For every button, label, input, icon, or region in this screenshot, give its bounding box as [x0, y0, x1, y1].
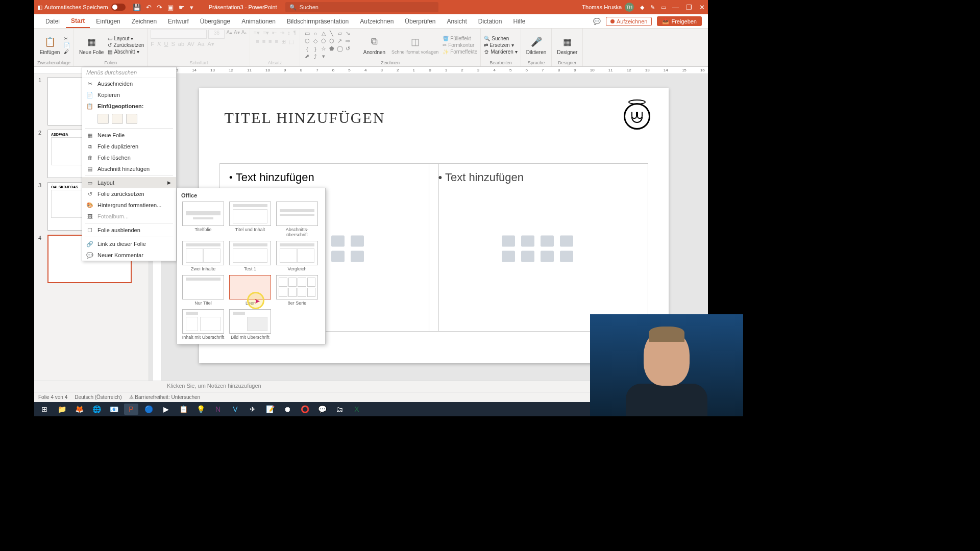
tab-uebergaenge[interactable]: Übergänge [195, 15, 235, 28]
start-button[interactable]: ⊞ [37, 404, 52, 415]
tab-bildschirmpraesentation[interactable]: Bildschirmpräsentation [282, 15, 354, 28]
tb-chrome[interactable]: 🌐 [89, 404, 104, 415]
copy-icon[interactable]: 📄 [64, 42, 70, 48]
tab-animationen[interactable]: Animationen [236, 15, 281, 28]
pen-icon[interactable]: ✎ [650, 4, 655, 11]
effects-button[interactable]: ✨ Formeffekte [443, 49, 477, 55]
arrange-button[interactable]: ⧉Anordnen [361, 34, 387, 56]
tb-onenote[interactable]: N [211, 404, 225, 415]
content-placeholder-right[interactable]: • Text hinzufügen [429, 163, 648, 332]
italic-button[interactable]: K [157, 41, 161, 47]
touch-icon[interactable]: ☛ [179, 4, 185, 11]
layout-option-10[interactable]: Bild mit Überschrift [228, 309, 272, 340]
ctx-add-section[interactable]: ▤Abschnitt hinzufügen [82, 163, 176, 174]
layout-option-7[interactable]: Leer [228, 275, 272, 306]
menu-search[interactable]: Menüs durchsuchen [82, 67, 176, 78]
ctx-copy[interactable]: 📄Kopieren [82, 89, 176, 101]
status-accessibility[interactable]: ⚠ Barrierefreiheit: Untersuchen [129, 394, 201, 400]
tab-einfuegen[interactable]: Einfügen [91, 15, 125, 28]
minimize-icon[interactable]: — [672, 4, 679, 11]
status-language[interactable]: Deutsch (Österreich) [75, 394, 121, 400]
tab-hilfe[interactable]: Hilfe [508, 15, 530, 28]
save-icon[interactable]: 💾 [133, 4, 141, 11]
tb-app-1[interactable]: 🔵 [141, 404, 156, 415]
tb-explorer[interactable]: 📁 [55, 404, 69, 415]
fill-button[interactable]: 🪣 Fülleffekt [443, 36, 477, 41]
redo-icon[interactable]: ↷ [157, 4, 162, 11]
tb-telegram[interactable]: ✈ [246, 404, 260, 415]
user-account[interactable]: Thomas Hruska TH [582, 3, 634, 12]
ctx-link[interactable]: 🔗Link zu dieser Folie [82, 238, 176, 249]
tb-powerpoint[interactable]: P [124, 404, 138, 415]
record-button[interactable]: Aufzeichnen [606, 17, 652, 26]
ctx-duplicate[interactable]: ⧉Folie duplizieren [82, 141, 176, 152]
ctx-format-bg[interactable]: 🎨Hintergrund formatieren... [82, 199, 176, 211]
maximize-icon[interactable]: ❐ [686, 4, 692, 11]
tb-excel[interactable]: X [350, 404, 364, 415]
diamond-icon[interactable]: ◆ [640, 4, 644, 11]
ctx-reset[interactable]: ↺Folie zurücksetzen [82, 188, 176, 199]
bold-button[interactable]: F [151, 41, 154, 47]
ctx-new-slide[interactable]: ▦Neue Folie [82, 130, 176, 141]
find-button[interactable]: 🔍 Suchen [484, 36, 517, 41]
title-placeholder[interactable]: TITEL HINZUFÜGEN [219, 104, 648, 145]
layout-option-4[interactable]: Test 1 [228, 241, 272, 272]
select-button[interactable]: ⯐ Markieren ▾ [484, 49, 517, 55]
autosave-toggle[interactable] [111, 4, 126, 11]
qat-more-icon[interactable]: ▾ [190, 4, 193, 11]
tab-start[interactable]: Start [66, 15, 90, 28]
layout-option-0[interactable]: Titelfolie [181, 202, 225, 238]
font-color-button[interactable]: A▾ [207, 41, 214, 47]
tab-aufzeichnen[interactable]: Aufzeichnen [355, 15, 399, 28]
slideshow-icon[interactable]: ▣ [167, 4, 174, 11]
underline-button[interactable]: U [164, 41, 168, 47]
paste-button[interactable]: 📋Einfügen [38, 34, 62, 56]
ctx-comment[interactable]: 💬Neuer Kommentar [82, 249, 176, 261]
quickstyles-button[interactable]: ◫Schnellformat vorlagen [389, 34, 440, 56]
tb-vlc[interactable]: ▶ [159, 404, 173, 415]
tab-entwurf[interactable]: Entwurf [163, 15, 194, 28]
tab-ueberpruefen[interactable]: Überprüfen [400, 15, 440, 28]
tb-firefox[interactable]: 🦊 [72, 404, 86, 415]
search-box[interactable]: 🔍 [285, 2, 438, 12]
shapes-gallery[interactable]: ▭○△╲▱↘⬡ ◇⬠⬡↗⇨{} ☆⬟◯↺⬈⤴▾ [303, 30, 359, 60]
ctx-hide[interactable]: ☐Folie ausblenden [82, 224, 176, 236]
tb-app-7[interactable]: 🗂 [332, 404, 347, 415]
window-icon[interactable]: ▭ [661, 4, 666, 11]
strike-button[interactable]: S [171, 41, 175, 47]
paste-opt-3[interactable] [126, 114, 137, 124]
font-family-combo[interactable] [151, 30, 207, 39]
layout-option-8[interactable]: 8er Serie [275, 275, 319, 306]
format-painter-icon[interactable]: 🖌 [64, 49, 70, 55]
search-input[interactable] [300, 4, 434, 10]
tb-obs[interactable]: ⏺ [280, 404, 295, 415]
layout-option-5[interactable]: Vergleich [275, 241, 319, 272]
comments-icon[interactable]: 💬 [593, 18, 601, 25]
ctx-cut[interactable]: ✂Ausschneiden [82, 78, 176, 89]
section-button[interactable]: ▤ Abschnitt ▾ [108, 49, 144, 55]
layout-option-1[interactable]: Titel und Inhalt [228, 202, 272, 238]
cut-icon[interactable]: ✂ [64, 36, 70, 41]
tb-app-3[interactable]: 💡 [193, 404, 208, 415]
tb-discord[interactable]: 💬 [315, 404, 329, 415]
dictate-button[interactable]: 🎤Diktieren [524, 34, 548, 56]
new-slide-button[interactable]: ▦Neue Folie [77, 34, 106, 56]
undo-icon[interactable]: ↶ [146, 4, 152, 11]
outline-button[interactable]: ✏ Formkontur [443, 42, 477, 48]
replace-button[interactable]: ⇄ Ersetzen ▾ [484, 42, 517, 48]
tab-ansicht[interactable]: Ansicht [442, 15, 472, 28]
tab-datei[interactable]: Datei [40, 15, 65, 28]
tab-dictation[interactable]: Dictation [473, 15, 507, 28]
reset-button[interactable]: ↺ Zurücksetzen [108, 42, 144, 48]
smiley-shape[interactable] [624, 103, 650, 130]
ctx-delete[interactable]: 🗑Folie löschen [82, 152, 176, 163]
layout-button[interactable]: ▭ Layout ▾ [108, 36, 144, 41]
tb-app-5[interactable]: 📝 [263, 404, 277, 415]
tab-zeichnen[interactable]: Zeichnen [127, 15, 162, 28]
share-button[interactable]: 📤 Freigeben [657, 16, 702, 26]
layout-option-3[interactable]: Zwei Inhalte [181, 241, 225, 272]
ctx-layout[interactable]: ▭Layout▶ [82, 177, 176, 188]
layout-option-9[interactable]: Inhalt mit Überschrift [181, 309, 225, 340]
close-icon[interactable]: ✕ [699, 4, 705, 11]
layout-option-6[interactable]: Nur Titel [181, 275, 225, 306]
